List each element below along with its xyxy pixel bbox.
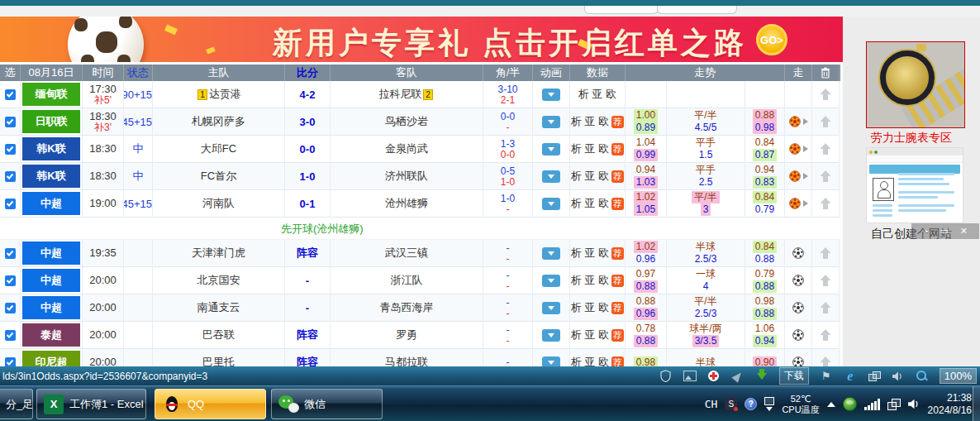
home-team-link[interactable]: 南通支云 bbox=[153, 294, 285, 322]
walk-cell[interactable] bbox=[785, 190, 812, 218]
walk-cell[interactable] bbox=[785, 240, 812, 267]
row-checkbox[interactable] bbox=[5, 248, 16, 259]
move-up-button[interactable] bbox=[812, 81, 840, 108]
data-links[interactable]: 析 亚 欧荐 bbox=[570, 190, 626, 218]
walk-cell[interactable] bbox=[785, 294, 812, 322]
language-indicator[interactable]: CH bbox=[705, 398, 718, 410]
row-checkbox[interactable] bbox=[5, 171, 16, 182]
taskbar-clock[interactable]: 21:38 2024/8/16 bbox=[928, 392, 972, 417]
away-team-link[interactable]: 济州联队 bbox=[331, 163, 483, 190]
magnifier-icon[interactable] bbox=[916, 370, 929, 383]
show-desktop-button[interactable] bbox=[973, 386, 980, 421]
move-up-button[interactable] bbox=[812, 294, 840, 322]
data-links[interactable]: 析 亚 欧荐 bbox=[570, 267, 626, 294]
ad-close-icon[interactable]: ✕ bbox=[960, 226, 968, 237]
taskbar-button-excel[interactable]: X 工作簿1 - Excel bbox=[36, 389, 146, 419]
data-links[interactable]: 析 亚 欧荐 bbox=[570, 294, 626, 322]
row-checkbox[interactable] bbox=[5, 303, 16, 313]
away-team-link[interactable]: 沧州雄狮 bbox=[331, 190, 483, 218]
data-links[interactable]: 析 亚 欧荐 bbox=[570, 163, 626, 190]
rolex-ad-label[interactable]: 劳力士腕表专区 bbox=[843, 131, 980, 146]
move-up-button[interactable] bbox=[812, 136, 840, 163]
walk-cell[interactable] bbox=[785, 136, 812, 163]
tab-stub[interactable] bbox=[584, 6, 659, 14]
away-team-link[interactable]: 拉科尼联2 bbox=[331, 81, 483, 108]
away-team-link[interactable]: 罗勇 bbox=[331, 322, 483, 349]
ime-sogou-icon[interactable]: S bbox=[725, 398, 737, 410]
rocket-icon[interactable] bbox=[731, 370, 745, 383]
walk-cell[interactable] bbox=[785, 322, 812, 349]
promo-banner[interactable]: 新用户专享礼 点击开启红单之路 GO> bbox=[0, 17, 843, 62]
animation-button[interactable] bbox=[542, 329, 560, 342]
away-team-link[interactable]: 浙江队 bbox=[331, 267, 483, 294]
data-links[interactable]: 析 亚 欧荐 bbox=[570, 322, 626, 349]
animation-button[interactable] bbox=[542, 170, 560, 183]
download-arrow-icon[interactable] bbox=[755, 370, 768, 383]
home-team-link[interactable]: 河南队 bbox=[153, 190, 285, 218]
shield-icon[interactable] bbox=[659, 370, 673, 383]
animation-button[interactable] bbox=[542, 89, 560, 101]
tray-dropdown-icon[interactable] bbox=[766, 407, 773, 411]
data-links[interactable]: 析 亚 欧荐 bbox=[570, 108, 626, 136]
tab-stub[interactable] bbox=[657, 6, 737, 14]
recommend-badge[interactable]: 荐 bbox=[611, 247, 624, 260]
home-team-link[interactable]: 北京国安 bbox=[153, 267, 285, 294]
home-team-link[interactable]: 1达贡港 bbox=[153, 81, 285, 108]
animation-button[interactable] bbox=[542, 247, 560, 260]
move-up-button[interactable] bbox=[812, 267, 840, 294]
walk-cell[interactable] bbox=[785, 81, 812, 108]
move-up-button[interactable] bbox=[812, 322, 840, 349]
recommend-badge[interactable]: 荐 bbox=[611, 143, 624, 155]
restore-window-icon[interactable] bbox=[764, 397, 774, 405]
download-button[interactable]: 下载 bbox=[779, 367, 809, 385]
data-links[interactable]: 析 亚 欧荐 bbox=[570, 136, 626, 163]
signal-bars-icon[interactable] bbox=[864, 399, 880, 410]
animation-button[interactable] bbox=[542, 198, 560, 210]
help-tray-icon[interactable]: ? bbox=[745, 398, 757, 410]
header-delete[interactable] bbox=[812, 65, 840, 81]
health-ball-icon[interactable] bbox=[707, 370, 721, 383]
animation-button[interactable] bbox=[542, 302, 560, 314]
move-up-button[interactable] bbox=[812, 163, 840, 190]
home-team-link[interactable]: 天津津门虎 bbox=[153, 240, 285, 267]
flag-icon[interactable]: ⚑ bbox=[820, 370, 833, 383]
move-up-button[interactable] bbox=[812, 108, 840, 136]
row-checkbox[interactable] bbox=[5, 89, 16, 100]
cpu-temp-indicator[interactable]: 52℃ CPU温度 bbox=[782, 394, 819, 415]
walk-cell[interactable] bbox=[785, 163, 812, 190]
recommend-badge[interactable]: 荐 bbox=[611, 275, 624, 287]
row-checkbox[interactable] bbox=[5, 199, 16, 209]
windows-icon[interactable] bbox=[868, 370, 881, 383]
walk-cell[interactable] bbox=[785, 267, 812, 294]
network-tray-icon[interactable] bbox=[887, 399, 900, 409]
taskbar-button-qq[interactable]: QQ bbox=[155, 389, 266, 419]
snapshot-icon[interactable] bbox=[683, 370, 697, 383]
ad-info-icon[interactable]: ◔ bbox=[923, 227, 929, 237]
home-team-link[interactable]: 札幌冈萨多 bbox=[153, 108, 285, 136]
animation-button[interactable] bbox=[542, 143, 560, 155]
animation-button[interactable] bbox=[542, 275, 560, 287]
taskbar-button-browser[interactable]: 分_足... bbox=[0, 389, 33, 419]
away-team-link[interactable]: 青岛西海岸 bbox=[331, 294, 483, 322]
home-team-link[interactable]: 大邱FC bbox=[153, 136, 285, 163]
row-checkbox[interactable] bbox=[5, 117, 16, 127]
recommend-badge[interactable]: 荐 bbox=[611, 198, 624, 210]
animation-button[interactable] bbox=[542, 116, 560, 128]
speaker-icon[interactable] bbox=[892, 370, 905, 383]
data-links[interactable]: 析 亚 欧荐 bbox=[570, 240, 626, 267]
home-team-link[interactable]: FC首尔 bbox=[153, 163, 285, 190]
away-team-link[interactable]: 武汉三镇 bbox=[331, 240, 483, 267]
website-ad-image[interactable] bbox=[866, 147, 963, 223]
ad-resize-icon[interactable]: ▭ bbox=[940, 226, 949, 237]
volume-tray-icon[interactable] bbox=[907, 398, 921, 410]
recommend-badge[interactable]: 荐 bbox=[611, 329, 624, 342]
show-hidden-icons[interactable] bbox=[827, 402, 835, 407]
recommend-badge[interactable]: 荐 bbox=[611, 116, 624, 128]
recommend-badge[interactable]: 荐 bbox=[611, 302, 624, 314]
walk-cell[interactable] bbox=[785, 108, 812, 136]
row-checkbox[interactable] bbox=[5, 144, 16, 155]
taskbar-button-wechat[interactable]: 微信 bbox=[271, 389, 383, 419]
away-team-link[interactable]: 鸟栖沙岩 bbox=[331, 108, 483, 136]
banner-go-button[interactable]: GO> bbox=[756, 24, 787, 55]
ie-icon[interactable]: e bbox=[844, 370, 857, 383]
